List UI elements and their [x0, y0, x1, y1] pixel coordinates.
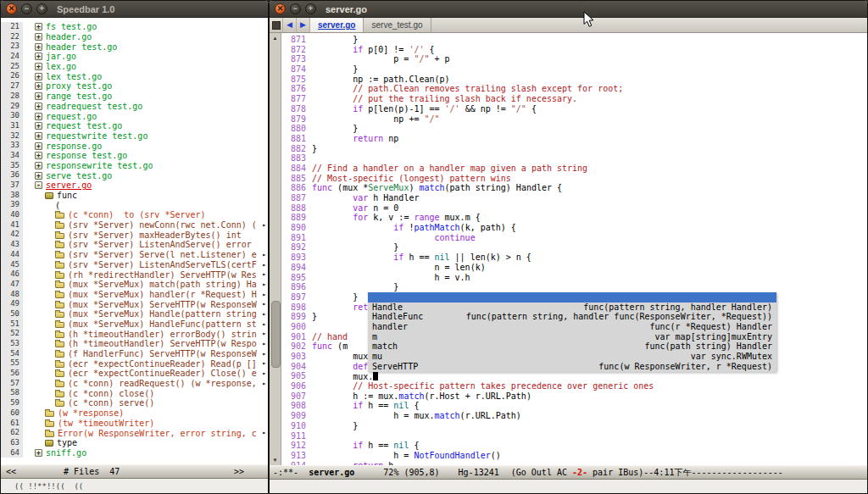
- expand-plus-icon[interactable]: +: [35, 43, 42, 51]
- speedbar-item-label[interactable]: (mux *ServeMux) handler(r *Request) H: [68, 290, 257, 299]
- speedbar-row[interactable]: 56(ecr *expectContinueReader) Close() e▸: [1, 369, 268, 379]
- editor-tabbar[interactable]: ◀ ▶ server.goserve_test.go: [270, 18, 867, 33]
- speedbar-row[interactable]: 43(srv *Server) ListenAndServe() error: [1, 240, 268, 250]
- code-line[interactable]: 895 h = v.h: [281, 273, 867, 283]
- speedbar-item-label[interactable]: (srv *Server) ListenAndServe() error: [68, 240, 252, 249]
- speedbar-window[interactable]: ✕ − + Speedbar 1.0 21+fs_test.go22+heade…: [0, 0, 269, 494]
- code-line[interactable]: 877 // put the trailing slash back if ne…: [281, 94, 867, 104]
- speedbar-item-label[interactable]: requestwrite_test.go: [46, 131, 147, 141]
- speedbar-item-label[interactable]: request.go: [46, 112, 97, 121]
- speedbar-item-label[interactable]: fs_test.go: [46, 22, 97, 31]
- editor-minimize-button[interactable]: −: [290, 3, 301, 14]
- speedbar-item-label[interactable]: (f HandlerFunc) ServeHTTP(w ResponseW: [68, 349, 257, 358]
- editor-close-button[interactable]: ✕: [275, 3, 286, 14]
- speedbar-item-label[interactable]: lex_test.go: [46, 72, 102, 81]
- code-line[interactable]: 884// Find a handler on a handler map gi…: [281, 164, 867, 174]
- expand-plus-icon[interactable]: +: [35, 73, 42, 80]
- autocomplete-popup[interactable]: Handlefunc(pattern string, handler Handl…: [368, 292, 776, 372]
- speedbar-item-label[interactable]: (mux *ServeMux) HandleFunc(pattern st: [68, 319, 257, 329]
- speedbar-item-label[interactable]: (srv *Server) newConn(rwc net.Conn) (: [68, 220, 257, 230]
- code-line[interactable]: 892 }: [281, 242, 867, 253]
- speedbar-row[interactable]: 50(mux *ServeMux) Handle(pattern string▸: [1, 309, 268, 319]
- editor-minibuffer[interactable]: [270, 480, 867, 493]
- speedbar-item-label[interactable]: (mux *ServeMux) ServeHTTP(w ResponseW: [68, 300, 257, 309]
- expand-plus-icon[interactable]: +: [35, 122, 42, 130]
- code-line[interactable]: 887 var h Handler: [281, 193, 867, 203]
- autocomplete-item[interactable]: matchfunc(path string) Handler: [368, 341, 776, 352]
- scroll-up-arrow-icon[interactable]: ▲: [270, 34, 281, 42]
- editor-tab-serve_test.go[interactable]: serve_test.go: [364, 18, 431, 32]
- tag-folder-icon[interactable]: [55, 341, 64, 347]
- code-line[interactable]: 907 h := mux.match(r.Host + r.URL.Path): [281, 391, 867, 402]
- code-line[interactable]: 910 }: [281, 421, 867, 431]
- editor-maximize-button[interactable]: +: [305, 3, 316, 14]
- autocomplete-item[interactable]: mvar map[string]muxEntry: [368, 332, 776, 342]
- code-line[interactable]: 878 if p[len(p)-1] == '/' && np != "/" {: [281, 104, 867, 114]
- speedbar-row[interactable]: 40(c *conn) to (srv *Server): [1, 210, 268, 220]
- expand-plus-icon[interactable]: +: [35, 82, 42, 90]
- modeline-buffer-name[interactable]: server.go: [309, 467, 354, 479]
- code-line[interactable]: 912 if h == nil {: [281, 441, 867, 451]
- code-line[interactable]: 909 h = mux.match(r.URL.Path): [281, 411, 867, 421]
- speedbar-titlebar[interactable]: ✕ − + Speedbar 1.0: [1, 1, 268, 18]
- speedbar-row[interactable]: 60(w *response): [1, 408, 268, 419]
- tag-folder-icon[interactable]: [55, 371, 64, 377]
- code-line[interactable]: 894 n = len(k): [281, 263, 867, 273]
- speedbar-row[interactable]: 41(srv *Server) newConn(rwc net.Conn) (▸: [1, 220, 268, 230]
- speedbar-row[interactable]: 64+sniff.go: [1, 448, 268, 458]
- speedbar-row[interactable]: 51(mux *ServeMux) HandleFunc(pattern st▸: [1, 319, 268, 330]
- code-line[interactable]: 890 if !pathMatch(k, path) {: [281, 223, 867, 233]
- speedbar-row[interactable]: 63type: [1, 438, 268, 448]
- speedbar-row[interactable]: 33+response.go: [1, 141, 268, 151]
- speedbar-row[interactable]: 59(c *conn) serve(): [1, 398, 268, 408]
- modeline-modes[interactable]: (Go Outl AC: [511, 467, 572, 479]
- code-line[interactable]: 913 h = NotFoundHandler(): [281, 451, 867, 461]
- expand-plus-icon[interactable]: +: [35, 103, 42, 110]
- autocomplete-item[interactable]: handlerfunc(r *Request) Handler: [368, 322, 776, 332]
- speedbar-minimize-button[interactable]: −: [21, 3, 32, 14]
- code-line[interactable]: 893 if h == nil || len(k) > n {: [281, 253, 867, 263]
- modeline-vcs-branch[interactable]: Hg-13241: [459, 467, 499, 479]
- tab-forward-button[interactable]: ▶: [297, 18, 310, 32]
- code-line[interactable]: 885// Most-specific (longest) pattern wi…: [281, 174, 867, 184]
- speedbar-row[interactable]: 55(ecr *expectContinueReader) Read(p []▸: [1, 358, 268, 369]
- code-line[interactable]: 872 if p[0] != '/' {: [281, 45, 867, 55]
- speedbar-row[interactable]: 52(h *timeoutHandler) errorBody() strin▸: [1, 329, 268, 339]
- speedbar-row[interactable]: 61(tw *timeoutWriter): [1, 419, 268, 429]
- tag-folder-icon[interactable]: [55, 391, 64, 397]
- tag-folder-icon[interactable]: [55, 263, 64, 269]
- speedbar-maximize-button[interactable]: +: [36, 3, 47, 14]
- tag-folder-icon[interactable]: [55, 292, 64, 298]
- speedbar-item-label[interactable]: (srv *Server) maxHeaderBytes() int: [68, 230, 242, 240]
- expand-plus-icon[interactable]: +: [35, 23, 42, 31]
- speedbar-row[interactable]: 31+request_test.go: [1, 121, 268, 131]
- speedbar-item-label[interactable]: range_test.go: [46, 92, 112, 101]
- expand-plus-icon[interactable]: +: [35, 132, 42, 140]
- speedbar-item-label[interactable]: (srv *Server) Serve(l net.Listener) e: [68, 250, 257, 259]
- speedbar-row[interactable]: 36+serve_test.go: [1, 170, 268, 180]
- speedbar-row[interactable]: 57(c *conn) readRequest() (w *response,▸: [1, 379, 268, 389]
- speedbar-row[interactable]: 46(rh *redirectHandler) ServeHTTP(w Res▸: [1, 269, 268, 280]
- code-line[interactable]: 914 return h: [281, 461, 867, 465]
- speedbar-row[interactable]: 35+responsewrite_test.go: [1, 161, 268, 171]
- autocomplete-item[interactable]: Handlefunc(pattern string, handler Handl…: [368, 303, 776, 313]
- code-line[interactable]: 889 for k, v := range mux.m {: [281, 213, 867, 223]
- code-line[interactable]: 883: [281, 153, 867, 164]
- speedbar-page-back-button[interactable]: <<: [6, 466, 16, 478]
- code-line[interactable]: 881 return np: [281, 134, 867, 144]
- vertical-scrollbar[interactable]: ▲ ▼: [270, 33, 281, 465]
- tag-folder-icon[interactable]: [55, 233, 64, 239]
- code-line[interactable]: 891 continue: [281, 233, 867, 243]
- code-line[interactable]: 876 // path.Clean removes trailing slash…: [281, 84, 867, 94]
- tag-folder-icon[interactable]: [55, 362, 64, 368]
- expand-plus-icon[interactable]: +: [35, 142, 42, 150]
- editor-modeline[interactable]: -:**- server.go 72% (905,8) Hg-13241 (Go…: [270, 465, 867, 480]
- speedbar-row[interactable]: 53(h *timeoutHandler) ServeHTTP(w Respo▸: [1, 339, 268, 349]
- code-line[interactable]: 908 if h == nil {: [281, 401, 867, 411]
- speedbar-item-label[interactable]: (srv *Server) ListenAndServeTLS(certF: [68, 260, 257, 269]
- collapse-minus-icon[interactable]: -: [35, 181, 42, 189]
- editor-tab-server.go[interactable]: server.go: [310, 18, 364, 32]
- editor-titlebar[interactable]: ✕ − + server.go: [270, 1, 867, 18]
- tag-folder-icon[interactable]: [55, 312, 64, 318]
- tag-folder-icon[interactable]: [55, 273, 64, 279]
